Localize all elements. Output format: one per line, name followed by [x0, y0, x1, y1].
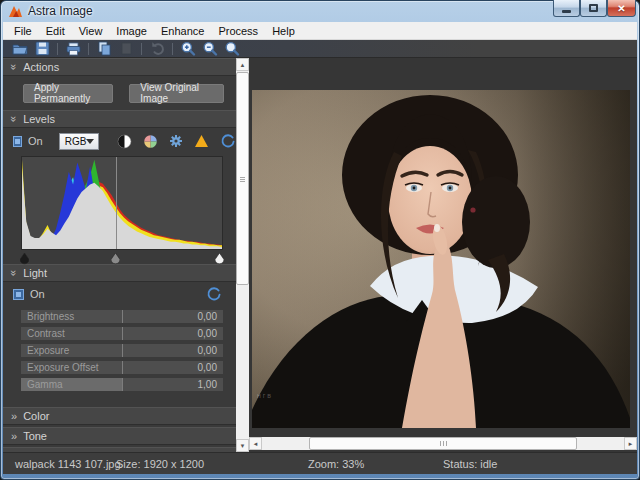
open-button[interactable]: [9, 41, 31, 57]
gamma-slider[interactable]: Gamma 1,00: [21, 378, 223, 391]
thumb-grip: [240, 177, 245, 182]
maximize-icon: [589, 4, 598, 12]
bw-contrast-icon[interactable]: [117, 134, 132, 149]
save-button[interactable]: [31, 41, 53, 57]
section-header-light[interactable]: » Light: [3, 264, 236, 282]
minimize-button[interactable]: [553, 0, 580, 17]
white-point-handle[interactable]: [215, 251, 224, 263]
slider-value: 1,00: [198, 378, 217, 391]
tool-panel: » Actions Apply Permanently View Origina…: [3, 58, 236, 452]
window-title: Astra Image: [28, 4, 93, 18]
exposure-offset-slider[interactable]: Exposure Offset 0,00: [21, 361, 223, 374]
light-on-checkbox[interactable]: [13, 289, 24, 300]
view-original-image-button[interactable]: View Original Image: [129, 84, 224, 103]
print-button[interactable]: [62, 41, 84, 57]
section-header-tone[interactable]: » Tone: [3, 427, 236, 445]
slider-label: Exposure: [27, 344, 69, 357]
slider-value: 0,00: [198, 344, 217, 357]
client-area: File Edit View Image Enhance Process Hel…: [3, 22, 637, 474]
minimize-icon: [562, 10, 571, 13]
image-horizontal-scrollbar[interactable]: ◄ ►: [249, 437, 637, 450]
chevron-down-icon: »: [9, 270, 19, 276]
gear-icon[interactable]: [169, 134, 183, 148]
section-header-color[interactable]: » Color: [3, 407, 236, 425]
menu-view[interactable]: View: [72, 22, 110, 40]
levels-histogram[interactable]: [21, 156, 223, 250]
reset-icon[interactable]: [220, 133, 236, 149]
brightness-slider[interactable]: Brightness 0,00: [21, 310, 223, 323]
panel-scrollbar[interactable]: ▲ ▼: [236, 58, 249, 452]
title-bar[interactable]: Astra Image: [0, 0, 640, 22]
histogram-channel-luminance: [22, 168, 222, 249]
paste-button-disabled[interactable]: [115, 41, 137, 57]
zoom-out-icon: [202, 41, 218, 57]
mid-point-handle[interactable]: [111, 251, 120, 263]
black-point-handle[interactable]: [20, 251, 29, 263]
slider-label: Brightness: [27, 310, 74, 323]
slider-label: Exposure Offset: [27, 361, 99, 374]
scroll-left-button[interactable]: ◄: [249, 437, 262, 450]
zoom-tool-button[interactable]: [221, 41, 243, 57]
undo-icon: [150, 41, 165, 56]
exposure-slider[interactable]: Exposure 0,00: [21, 344, 223, 357]
scroll-up-button[interactable]: ▲: [236, 58, 249, 71]
menu-image[interactable]: Image: [109, 22, 154, 40]
menu-help[interactable]: Help: [265, 22, 302, 40]
warning-icon[interactable]: [194, 134, 209, 148]
maximize-button[interactable]: [580, 0, 607, 17]
section-title: Actions: [23, 58, 59, 76]
apply-permanently-button[interactable]: Apply Permanently: [23, 84, 113, 103]
contrast-slider[interactable]: Contrast 0,00: [21, 327, 223, 340]
slider-value: 0,00: [198, 327, 217, 340]
levels-on-label: On: [28, 135, 43, 147]
levels-controls: On RGB: [3, 128, 236, 154]
image-preview-area[interactable]: н г в ◄ ►: [249, 58, 637, 452]
chevron-down-icon: [86, 139, 94, 144]
status-filename: walpack 1143 107.jpg: [15, 453, 121, 474]
section-title: Tone: [23, 427, 47, 445]
light-sliders: Brightness 0,00 Contrast 0,00 Exposure 0…: [3, 306, 236, 391]
close-icon: ✕: [617, 3, 625, 14]
slider-value: 0,00: [198, 361, 217, 374]
scroll-right-button[interactable]: ►: [624, 437, 637, 450]
zoom-out-button[interactable]: [199, 41, 221, 57]
zoom-in-button[interactable]: [177, 41, 199, 57]
photo-portrait: н г в: [252, 90, 630, 428]
levels-on-checkbox[interactable]: [13, 136, 22, 147]
color-wheel-icon[interactable]: [143, 134, 158, 149]
slider-zero-mark: [122, 378, 123, 391]
app-logo-icon: [8, 4, 23, 18]
arrow-down-icon: ▼: [240, 443, 246, 449]
menu-edit[interactable]: Edit: [39, 22, 72, 40]
undo-button-disabled[interactable]: [146, 41, 168, 57]
checkbox-check: [15, 139, 20, 144]
chevron-right-icon: »: [11, 431, 17, 441]
slider-label: Contrast: [27, 327, 65, 340]
thumb-grip: [440, 441, 447, 446]
histogram-midline: [116, 157, 117, 249]
channel-select[interactable]: RGB: [59, 133, 99, 150]
section-title: Levels: [23, 110, 55, 128]
copy-button[interactable]: [93, 41, 115, 57]
scroll-down-button[interactable]: ▼: [236, 439, 249, 452]
scrollbar-thumb[interactable]: [236, 72, 249, 285]
reset-icon[interactable]: [206, 286, 222, 302]
menu-process[interactable]: Process: [211, 22, 265, 40]
slider-zero-mark: [122, 361, 123, 374]
section-header-levels[interactable]: » Levels: [3, 110, 236, 128]
chevron-down-icon: »: [9, 64, 19, 70]
status-zoom: Zoom: 33%: [308, 453, 364, 474]
slider-zero-mark: [122, 327, 123, 340]
light-on-label: On: [30, 288, 45, 300]
copy-icon: [97, 41, 112, 56]
slider-label: Gamma: [27, 378, 63, 391]
close-button[interactable]: ✕: [607, 0, 636, 17]
app-window: Astra Image ✕ File Edit View Image Enhan…: [0, 0, 640, 480]
section-title: Light: [23, 264, 47, 282]
section-header-actions[interactable]: » Actions: [3, 58, 236, 76]
menu-enhance[interactable]: Enhance: [154, 22, 211, 40]
menu-file[interactable]: File: [7, 22, 39, 40]
menu-bar: File Edit View Image Enhance Process Hel…: [3, 22, 637, 40]
scrollbar-thumb[interactable]: [309, 437, 577, 450]
print-icon: [66, 42, 81, 56]
